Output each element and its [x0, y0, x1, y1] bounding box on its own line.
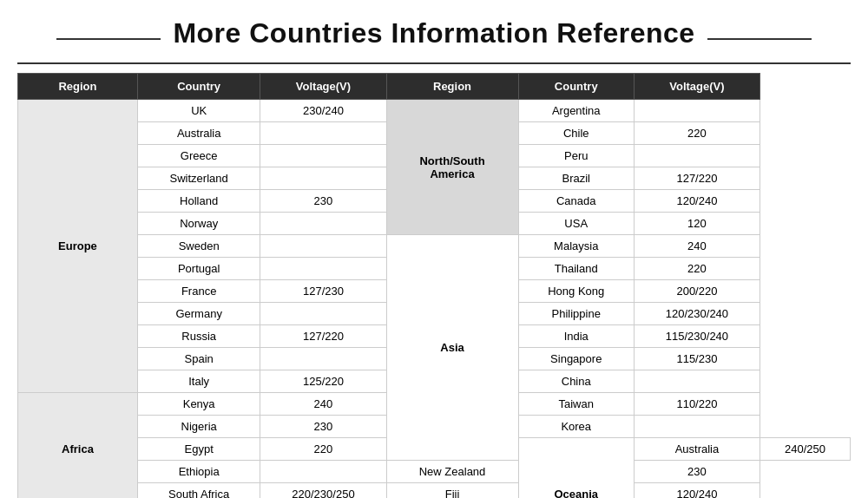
- right-country-cell: USA: [518, 213, 634, 235]
- left-voltage-cell: 240: [260, 393, 386, 416]
- right-region-cell: North/South America: [386, 100, 518, 235]
- left-country-cell: Egypt: [137, 438, 260, 461]
- right-country-cell: Chile: [518, 122, 634, 145]
- right-country-cell: Brazil: [518, 167, 634, 190]
- right-voltage-cell: 230: [634, 461, 760, 483]
- left-voltage-cell: [260, 122, 386, 145]
- right-country-cell: Hong Kong: [518, 280, 634, 303]
- right-voltage-cell: 120/240: [634, 483, 760, 499]
- table-row: SwedenAsiaMalaysia240: [18, 235, 851, 258]
- right-region-cell: Asia: [386, 235, 518, 461]
- left-country-cell: Greece: [137, 145, 260, 167]
- left-country-cell: Italy: [137, 370, 260, 393]
- left-country-cell: Norway: [137, 213, 260, 235]
- right-country-cell: Fiji: [386, 483, 518, 499]
- left-country-cell: Nigeria: [137, 416, 260, 438]
- right-voltage-cell: 240: [634, 235, 760, 258]
- left-voltage-cell: [260, 461, 386, 483]
- right-voltage-cell: [634, 145, 760, 167]
- right-region-cell: Oceania: [518, 438, 634, 499]
- right-voltage-cell: 120/230/240: [634, 303, 760, 325]
- header-voltage-left: Voltage(V): [260, 74, 386, 100]
- right-voltage-cell: [634, 416, 760, 438]
- left-country-cell: South Africa: [137, 483, 260, 499]
- right-country-cell: Peru: [518, 145, 634, 167]
- left-voltage-cell: 220: [260, 438, 386, 461]
- right-voltage-cell: [634, 370, 760, 393]
- left-country-cell: Russia: [137, 325, 260, 348]
- page-container: More Countries Information Reference Reg…: [0, 0, 868, 498]
- header-region-left: Region: [18, 74, 138, 100]
- right-country-cell: Malaysia: [518, 235, 634, 258]
- left-country-cell: Australia: [137, 122, 260, 145]
- left-voltage-cell: [260, 213, 386, 235]
- left-country-cell: UK: [137, 100, 260, 122]
- right-voltage-cell: 120: [634, 213, 760, 235]
- table-header-row: Region Country Voltage(V) Region Country…: [18, 74, 851, 100]
- right-voltage-cell: 220: [634, 258, 760, 280]
- right-voltage-cell: 240/250: [760, 438, 850, 461]
- right-country-cell: Australia: [634, 438, 760, 461]
- left-voltage-cell: 127/230: [260, 280, 386, 303]
- left-voltage-cell: [260, 258, 386, 280]
- right-country-cell: Singapore: [518, 348, 634, 370]
- main-table: Region Country Voltage(V) Region Country…: [17, 73, 851, 498]
- right-country-cell: Thailand: [518, 258, 634, 280]
- left-country-cell: Germany: [137, 303, 260, 325]
- table-row: South Africa220/230/250Fiji120/240: [18, 483, 851, 499]
- right-country-cell: Canada: [518, 190, 634, 213]
- left-country-cell: Portugal: [137, 258, 260, 280]
- right-voltage-cell: 110/220: [634, 393, 760, 416]
- right-country-cell: China: [518, 370, 634, 393]
- left-voltage-cell: [260, 303, 386, 325]
- left-country-cell: Switzerland: [137, 167, 260, 190]
- main-title: More Countries Information Reference: [173, 17, 694, 49]
- left-country-cell: France: [137, 280, 260, 303]
- right-voltage-cell: 200/220: [634, 280, 760, 303]
- right-voltage-cell: 115/230/240: [634, 325, 760, 348]
- left-voltage-cell: 230: [260, 190, 386, 213]
- right-country-cell: Argentina: [518, 100, 634, 122]
- table-row: EuropeUK230/240North/South AmericaArgent…: [18, 100, 851, 122]
- left-voltage-cell: 125/220: [260, 370, 386, 393]
- right-country-cell: Korea: [518, 416, 634, 438]
- left-voltage-cell: 220/230/250: [260, 483, 386, 499]
- left-voltage-cell: [260, 167, 386, 190]
- left-voltage-cell: [260, 235, 386, 258]
- left-voltage-cell: [260, 348, 386, 370]
- left-country-cell: Holland: [137, 190, 260, 213]
- left-region-cell: Europe: [18, 100, 138, 393]
- right-country-cell: Philippine: [518, 303, 634, 325]
- right-voltage-cell: [634, 100, 760, 122]
- header-region-right: Region: [386, 74, 518, 100]
- left-voltage-cell: 230: [260, 416, 386, 438]
- left-voltage-cell: 230/240: [260, 100, 386, 122]
- table-row: EthiopiaNew Zealand230: [18, 461, 851, 483]
- title-line-right: [707, 38, 812, 40]
- header-country-right: Country: [518, 74, 634, 100]
- left-region-cell: Africa: [18, 393, 138, 499]
- left-country-cell: Ethiopia: [137, 461, 260, 483]
- right-country-cell: India: [518, 325, 634, 348]
- right-voltage-cell: 127/220: [634, 167, 760, 190]
- header-voltage-right: Voltage(V): [634, 74, 760, 100]
- title-line-left: [56, 38, 161, 40]
- right-voltage-cell: 115/230: [634, 348, 760, 370]
- left-voltage-cell: [260, 145, 386, 167]
- right-country-cell: New Zealand: [386, 461, 518, 483]
- right-voltage-cell: 120/240: [634, 190, 760, 213]
- left-voltage-cell: 127/220: [260, 325, 386, 348]
- left-country-cell: Spain: [137, 348, 260, 370]
- table-body: EuropeUK230/240North/South AmericaArgent…: [18, 100, 851, 499]
- title-section: More Countries Information Reference: [17, 9, 851, 64]
- header-country-left: Country: [137, 74, 260, 100]
- right-country-cell: Taiwan: [518, 393, 634, 416]
- right-voltage-cell: 220: [634, 122, 760, 145]
- left-country-cell: Sweden: [137, 235, 260, 258]
- left-country-cell: Kenya: [137, 393, 260, 416]
